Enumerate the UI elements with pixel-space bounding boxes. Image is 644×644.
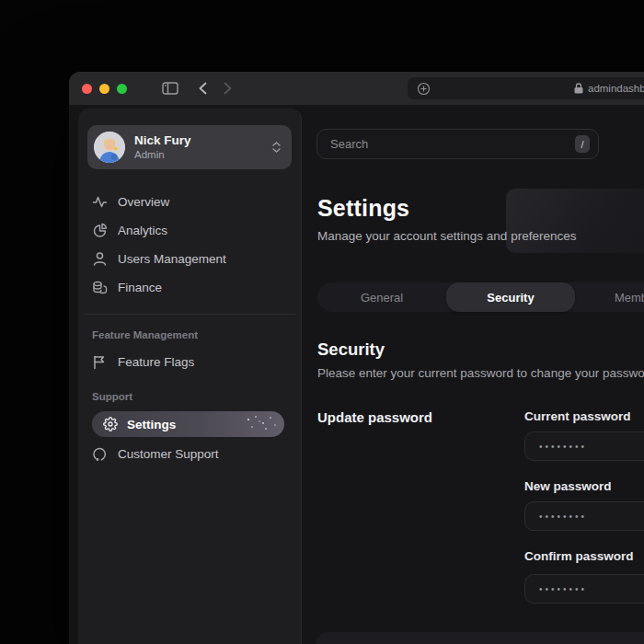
sidebar-item-finance[interactable]: Finance — [78, 273, 301, 302]
avatar — [94, 132, 125, 163]
sidebar-item-settings[interactable]: Settings — [92, 411, 284, 437]
security-section-description: Please enter your current password to ch… — [317, 366, 644, 380]
sidebar-main-nav: Overview Analytics — [78, 188, 301, 302]
section-title-feature-management: Feature Management — [92, 329, 301, 340]
section-title-support: Support — [92, 391, 301, 402]
zoom-window-button[interactable] — [117, 84, 127, 94]
chevron-up-down-icon[interactable] — [272, 142, 281, 153]
pie-chart-icon — [92, 223, 108, 238]
sidebar-item-customer-support[interactable]: Customer Support — [78, 440, 301, 468]
sidebar-item-label: Settings — [127, 418, 176, 431]
sidebar-support-nav: Settings Customer Support — [78, 411, 301, 468]
new-password-field — [524, 501, 644, 531]
profile-text: Nick Fury Admin — [134, 133, 191, 162]
traffic-lights — [82, 84, 127, 94]
window-titlebar: admindashboa — [69, 72, 644, 105]
sidebar-item-label: Customer Support — [118, 447, 219, 461]
lock-icon — [574, 83, 583, 94]
search-bar: / — [316, 129, 599, 159]
sidebar-item-label: Users Management — [118, 252, 226, 266]
profile-name: Nick Fury — [134, 133, 191, 148]
sidebar-item-label: Overview — [118, 195, 169, 209]
gear-icon — [103, 417, 118, 431]
current-password-label: Current password — [524, 409, 631, 423]
close-window-button[interactable] — [82, 84, 92, 94]
headset-icon — [92, 446, 108, 462]
header-gradient-decoration — [506, 189, 644, 253]
tab-general[interactable]: General — [317, 282, 446, 312]
sidebar-item-users-management[interactable]: Users Management — [78, 245, 301, 273]
activity-icon — [92, 194, 108, 210]
settings-tabbar: General Security Members — [317, 282, 644, 312]
user-icon — [92, 251, 108, 267]
update-password-label: Update password — [317, 409, 432, 425]
desktop-background: admindashboa Nick Fury — [0, 0, 644, 644]
security-section-title: Security — [317, 339, 385, 360]
sidebar-item-label: Feature Flags — [118, 355, 194, 369]
address-url: admindashboa — [588, 83, 644, 94]
sidebar-feature-nav: Feature Flags — [78, 348, 301, 376]
confirm-password-input[interactable] — [525, 584, 644, 594]
address-text-group: admindashboa — [574, 83, 644, 94]
sidebar-toggle-icon[interactable] — [162, 82, 178, 95]
new-password-label: New password — [524, 479, 612, 493]
minimize-window-button[interactable] — [99, 84, 109, 94]
back-icon[interactable] — [199, 82, 207, 95]
slash-shortcut-badge: / — [575, 135, 590, 153]
new-password-input[interactable] — [525, 512, 644, 522]
sidebar-item-analytics[interactable]: Analytics — [78, 216, 301, 245]
sidebar-item-label: Analytics — [118, 224, 167, 237]
search-input[interactable] — [317, 137, 575, 151]
sidebar-divider — [84, 314, 295, 315]
tab-security[interactable]: Security — [446, 282, 575, 312]
tab-members[interactable]: Members — [575, 282, 644, 312]
profile-role: Admin — [134, 149, 191, 161]
address-bar[interactable]: admindashboa — [408, 77, 644, 99]
coins-icon — [92, 280, 108, 295]
flag-icon — [92, 354, 108, 370]
confirm-password-field — [524, 574, 644, 604]
sidebar-item-overview[interactable]: Overview — [78, 188, 301, 216]
sidebar: Nick Fury Admin Overview — [78, 109, 302, 644]
page-title: Settings — [317, 195, 409, 222]
confirm-password-label: Confirm password — [524, 549, 634, 563]
current-password-input[interactable] — [525, 442, 644, 452]
sparkles-decoration — [247, 419, 249, 420]
forward-icon[interactable] — [224, 82, 232, 95]
page-subtitle: Manage your account settings and prefere… — [317, 229, 576, 243]
current-password-field — [524, 431, 644, 461]
page-settings-icon[interactable] — [417, 82, 431, 96]
sidebar-item-feature-flags[interactable]: Feature Flags — [78, 348, 301, 376]
sidebar-item-label: Finance — [118, 281, 162, 294]
next-section-card — [316, 632, 644, 644]
profile-card[interactable]: Nick Fury Admin — [87, 125, 292, 169]
